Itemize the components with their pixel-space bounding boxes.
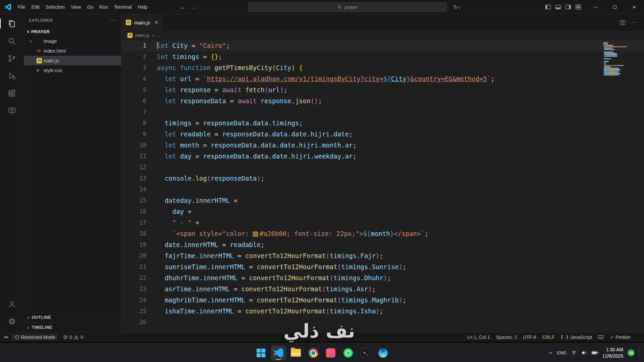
activity-remote-explorer[interactable] <box>0 102 24 119</box>
formatter-status[interactable]: ✓ Prettier <box>610 335 631 340</box>
cursor-position[interactable]: Ln 1, Col 1 <box>467 335 490 340</box>
section-timeline[interactable]: ›TIMELINE <box>24 322 121 332</box>
line-number[interactable]: 1 <box>121 40 146 51</box>
language-mode[interactable]: { } JavaScript <box>560 335 592 340</box>
code-line-6[interactable]: 6 let responseData = await response.json… <box>121 96 644 107</box>
code-line-22[interactable]: 22 dhuhrTime.innerHTML = convertTo12Hour… <box>121 273 644 284</box>
code-line-4[interactable]: 4 let url = `https://api.aladhan.com/v1/… <box>121 73 644 84</box>
code-line-16[interactable]: 16 day + <box>121 206 644 217</box>
keyboard-indicator[interactable] <box>598 335 604 339</box>
toggle-panel-icon[interactable] <box>555 4 561 10</box>
section-outline[interactable]: ›OUTLINE <box>24 312 121 322</box>
maximize-button[interactable] <box>605 0 625 14</box>
line-number[interactable]: 18 <box>121 228 146 239</box>
show-desktop-button[interactable] <box>639 347 641 358</box>
line-number[interactable]: 14 <box>121 184 146 195</box>
code-line-8[interactable]: 8 timings = responseData.data.timings; <box>121 118 644 129</box>
code-line-3[interactable]: 3async function getPTimesByCity(City) { <box>121 62 644 73</box>
sync-dropdown-icon[interactable]: ↻∨ <box>453 0 461 14</box>
split-editor-icon[interactable] <box>620 19 626 26</box>
tab-main-js[interactable]: JS main.js ✕ <box>121 14 163 31</box>
code-line-18[interactable]: 18 `<span style="color: #a26b00; font-si… <box>121 228 644 239</box>
line-number[interactable]: 12 <box>121 162 146 173</box>
line-number[interactable]: 10 <box>121 140 146 151</box>
line-number[interactable]: 25 <box>121 306 146 317</box>
menu-edit[interactable]: Edit <box>29 2 43 12</box>
tray-chevron-up-icon[interactable] <box>548 351 553 355</box>
start-icon[interactable] <box>254 346 268 360</box>
file-item-style.css[interactable]: #style.css <box>24 65 121 75</box>
line-number[interactable]: 17 <box>121 217 146 228</box>
line-number[interactable]: 6 <box>121 96 146 107</box>
account-button[interactable] <box>0 295 24 313</box>
forward-button[interactable]: → <box>191 4 197 11</box>
code-line-1[interactable]: 1let City = "Cairo"; <box>121 40 644 51</box>
terminal-icon[interactable] <box>358 346 373 360</box>
code-line-10[interactable]: 10 let month = responseData.data.date.hi… <box>121 140 644 151</box>
activity-source-control[interactable] <box>0 50 24 67</box>
line-number[interactable]: 13 <box>121 173 146 184</box>
wifi-icon[interactable] <box>571 350 577 355</box>
breadcrumb-symbol[interactable]: … <box>156 33 161 38</box>
line-number[interactable]: 20 <box>121 250 146 261</box>
line-number[interactable]: 8 <box>121 118 146 129</box>
line-number[interactable]: 3 <box>121 62 146 73</box>
code-line-24[interactable]: 24 maghribTime.innerHTML = convertTo12Ho… <box>121 295 644 306</box>
clock[interactable]: 1:30 AM 12/6/2025 <box>602 347 623 359</box>
command-center-search[interactable]: prayer <box>248 2 447 12</box>
line-number[interactable]: 5 <box>121 84 146 96</box>
eol-setting[interactable]: CRLF <box>542 335 555 340</box>
line-number[interactable]: 24 <box>121 295 146 306</box>
menu-selection[interactable]: Selection <box>43 2 68 12</box>
line-number[interactable]: 2 <box>121 51 146 62</box>
code-line-17[interactable]: 17 " - " + <box>121 217 644 228</box>
code-line-21[interactable]: 21 sunriseTime.innerHTML = convertTo12Ho… <box>121 261 644 273</box>
toggle-secondary-sidebar-icon[interactable] <box>565 4 572 10</box>
code-editor[interactable]: 1let City = "Cairo";2let timings = {};3a… <box>121 40 644 332</box>
line-number[interactable]: 16 <box>121 206 146 217</box>
code-line-15[interactable]: 15 dateday.innerHTML = <box>121 195 644 206</box>
photos-icon[interactable] <box>323 346 338 360</box>
line-number[interactable]: 7 <box>121 107 146 118</box>
activity-search[interactable] <box>0 32 24 50</box>
code-line-23[interactable]: 23 asrTime.innerHTML = convertTo12HourFo… <box>121 284 644 295</box>
line-number[interactable]: 26 <box>121 317 146 328</box>
file-item-image[interactable]: ›image <box>24 36 121 46</box>
code-line-7[interactable]: 7 <box>121 107 644 118</box>
more-actions-icon[interactable]: ··· <box>631 19 638 26</box>
activity-extensions[interactable] <box>0 84 24 102</box>
line-number[interactable]: 21 <box>121 261 146 273</box>
code-line-20[interactable]: 20 fajrTime.innerHTML = convertTo12HourF… <box>121 250 644 261</box>
notification-badge[interactable]: 15 <box>628 349 635 356</box>
line-number[interactable]: 4 <box>121 73 146 84</box>
vscode-icon[interactable] <box>271 346 286 360</box>
code-line-13[interactable]: 13 console.log(responseData); <box>121 173 644 184</box>
code-line-5[interactable]: 5 let response = await fetch(url); <box>121 84 644 96</box>
project-root[interactable]: ∨ PRAYER <box>24 27 121 36</box>
indentation-setting[interactable]: Spaces: 2 <box>496 335 517 340</box>
back-button[interactable]: ← <box>180 4 186 11</box>
settings-button[interactable]: ⚙ <box>0 313 24 330</box>
edge-icon[interactable] <box>376 346 390 360</box>
code-line-25[interactable]: 25 ishaTime.innerHTML = convertTo12HourF… <box>121 306 644 317</box>
breadcrumb-file[interactable]: main.js <box>135 33 150 38</box>
line-number[interactable]: 22 <box>121 273 146 284</box>
battery-icon[interactable] <box>591 351 598 355</box>
menu-help[interactable]: Help <box>135 2 151 12</box>
line-number[interactable]: 19 <box>121 239 146 250</box>
file-item-main.js[interactable]: JSmain.js <box>24 56 121 65</box>
breadcrumb[interactable]: JS main.js › … <box>121 31 644 40</box>
menu-run[interactable]: Run <box>96 2 111 12</box>
line-number[interactable]: 15 <box>121 195 146 206</box>
code-line-9[interactable]: 9 let readable = responseData.data.date.… <box>121 129 644 140</box>
restricted-mode-badge[interactable]: Restricted Mode <box>12 334 58 340</box>
code-line-2[interactable]: 2let timings = {}; <box>121 51 644 62</box>
sidebar-more-actions[interactable]: ··· <box>110 17 116 23</box>
code-line-11[interactable]: 11 let day = responseData.data.date.hijr… <box>121 151 644 162</box>
problems-indicator[interactable]: 0 0 <box>63 335 83 340</box>
close-button[interactable]: ✕ <box>625 0 644 14</box>
remote-window-button[interactable]: >< <box>4 335 7 340</box>
minimize-button[interactable] <box>586 0 605 14</box>
line-number[interactable]: 9 <box>121 129 146 140</box>
file-explorer-icon[interactable] <box>288 346 303 360</box>
